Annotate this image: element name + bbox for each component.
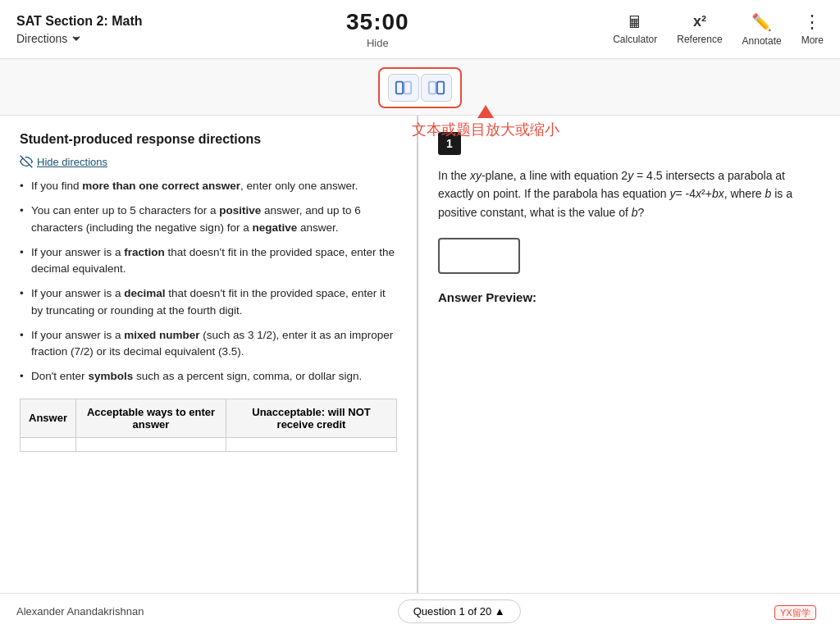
- app-header: SAT Section 2: Math Directions 35:00 Hid…: [0, 0, 840, 59]
- question-text: In the xy-plane, a line with equation 2y…: [438, 166, 820, 221]
- annotation-overlay: 文本或题目放大或缩小: [412, 105, 559, 139]
- svg-rect-2: [429, 82, 436, 94]
- annotate-button[interactable]: ✏️ Annotate: [742, 12, 782, 47]
- timer-section: 35:00 Hide: [346, 9, 409, 49]
- annotate-icon: ✏️: [751, 12, 772, 32]
- section-title: SAT Section 2: Math: [16, 14, 143, 29]
- question-nav-button[interactable]: Question 1 of 20 ▲: [398, 599, 521, 623]
- calculator-icon: 🖩: [627, 14, 643, 30]
- app-footer: Alexander Anandakrishnan Question 1 of 2…: [0, 593, 840, 629]
- more-label: More: [801, 34, 824, 46]
- countdown-timer: 35:00: [346, 9, 409, 35]
- right-panel: 1 In the xy-plane, a line with equation …: [418, 116, 840, 604]
- header-left: SAT Section 2: Math Directions: [16, 14, 143, 45]
- more-icon: ⋮: [803, 13, 821, 31]
- directions-list: If you find more than one correct answer…: [20, 178, 397, 385]
- annotation-text: 文本或题目放大或缩小: [412, 120, 559, 139]
- left-panel: Student-produced response directions Hid…: [0, 116, 418, 604]
- list-item: Don't enter symbols such as a percent si…: [20, 368, 397, 385]
- reference-button[interactable]: x² Reference: [677, 13, 722, 45]
- reference-icon: x²: [693, 13, 706, 30]
- svg-rect-0: [396, 82, 403, 94]
- tools-section: 🖩 Calculator x² Reference ✏️ Annotate ⋮ …: [613, 12, 824, 47]
- question-nav-label: Question 1 of 20 ▲: [413, 605, 505, 618]
- table-cell: [226, 437, 397, 451]
- layout-toggle-box: [378, 67, 462, 108]
- chevron-down-icon: [71, 33, 82, 44]
- eye-slash-icon: [20, 155, 33, 168]
- more-button[interactable]: ⋮ More: [801, 13, 824, 46]
- answer-input-box[interactable]: [438, 238, 520, 274]
- hide-directions-link[interactable]: Hide directions: [20, 155, 397, 168]
- calculator-button[interactable]: 🖩 Calculator: [613, 14, 657, 45]
- main-content: Student-produced response directions Hid…: [0, 116, 840, 604]
- directions-label: Directions: [16, 32, 67, 45]
- table-header-unacceptable: Unacceptable: will NOT receive credit: [226, 399, 397, 437]
- split-left-button[interactable]: [388, 74, 419, 102]
- list-item: If your answer is a mixed number (such a…: [20, 327, 397, 361]
- split-left-icon: [395, 79, 413, 97]
- hide-timer-label[interactable]: Hide: [367, 37, 389, 49]
- list-item: If you find more than one correct answer…: [20, 178, 397, 194]
- footer-right: YX留学: [774, 604, 824, 619]
- table-row: [21, 437, 397, 451]
- split-right-icon: [427, 79, 445, 97]
- student-name: Alexander Anandakrishnan: [16, 605, 144, 618]
- calculator-label: Calculator: [613, 34, 657, 45]
- list-item: If your answer is a decimal that doesn't…: [20, 285, 397, 319]
- answer-preview-label: Answer Preview:: [438, 290, 820, 304]
- split-right-button[interactable]: [421, 74, 452, 102]
- table-cell: [21, 437, 76, 451]
- table-cell: [75, 437, 226, 451]
- annotate-label: Annotate: [742, 35, 782, 47]
- svg-rect-1: [404, 82, 411, 94]
- table-header-answer: Answer: [21, 399, 76, 437]
- directions-dropdown[interactable]: Directions: [16, 32, 143, 45]
- table-header-acceptable: Acceptable ways to enter answer: [75, 399, 226, 437]
- watermark-badge: YX留学: [774, 605, 816, 620]
- list-item: If your answer is a fraction that doesn'…: [20, 244, 397, 278]
- layout-toggle-area: 文本或题目放大或缩小: [0, 59, 840, 116]
- list-item: You can enter up to 5 characters for a p…: [20, 203, 397, 236]
- svg-rect-3: [437, 82, 444, 94]
- answer-table: Answer Acceptable ways to enter answer U…: [20, 399, 397, 452]
- reference-label: Reference: [677, 34, 722, 45]
- hide-directions-text: Hide directions: [37, 156, 107, 168]
- red-arrow-icon: [477, 105, 494, 118]
- directions-heading: Student-produced response directions: [20, 132, 397, 147]
